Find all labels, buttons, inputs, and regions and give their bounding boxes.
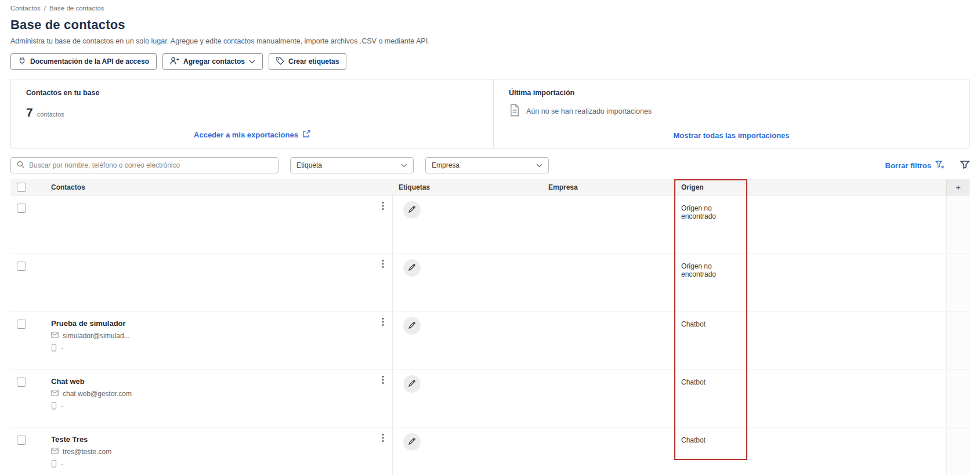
imports-summary-panel: Última importación Aún no se han realiza… [494, 79, 969, 148]
select-all-checkbox[interactable] [17, 183, 26, 192]
row-checkbox[interactable] [17, 378, 26, 387]
breadcrumb-contactos[interactable]: Contactos [10, 5, 41, 12]
show-all-imports-link[interactable]: Mostrar todas las importaciones [673, 131, 789, 140]
phone-icon [51, 460, 57, 469]
exports-link[interactable]: Acceder a mis exportaciones [194, 130, 310, 140]
add-contacts-label: Agregar contactos [183, 57, 245, 66]
row-checkbox[interactable] [17, 262, 26, 271]
origin-cell: Chatbot [674, 427, 747, 475]
show-all-imports-label: Mostrar todas las importaciones [673, 131, 789, 140]
row-checkbox-cell [10, 311, 37, 369]
funnel-icon [960, 161, 970, 171]
document-icon [509, 104, 520, 118]
plug-icon [18, 57, 26, 67]
tag-filter-label: Etiqueta [296, 161, 322, 169]
search-icon [17, 160, 24, 171]
email-icon [51, 332, 59, 340]
filters-bar: Etiqueta Empresa Borrar filtros [10, 157, 970, 173]
search-box [10, 157, 279, 173]
contact-phone: - [61, 403, 63, 411]
row-checkbox[interactable] [17, 204, 26, 213]
pencil-icon [408, 205, 416, 215]
kebab-menu-icon[interactable] [379, 258, 386, 272]
add-column-cell [946, 427, 970, 475]
origin-cell: Chatbot [674, 369, 747, 427]
contact-cell: Prueba de simulador simulador@simulad...… [37, 311, 393, 369]
table-row[interactable]: Teste Tres tres@teste.com - Chatbot [10, 427, 970, 475]
header-origin: Origen [674, 183, 747, 191]
email-icon [51, 390, 59, 398]
add-contacts-button[interactable]: Agregar contactos [162, 53, 263, 70]
contact-cell: Chat web chat web@gestor.com - [37, 369, 393, 427]
contact-name: Chat web [51, 377, 377, 386]
row-spacer [747, 427, 946, 475]
table-row[interactable]: Prueba de simulador simulador@simulad...… [10, 311, 970, 369]
table-row[interactable]: Origen no encontrado [10, 253, 970, 311]
filter-settings-button[interactable] [960, 161, 970, 171]
contacts-count-row: 7 contactos [26, 106, 478, 119]
company-cell [543, 311, 674, 369]
create-tags-button[interactable]: Crear etiquetas [269, 53, 346, 70]
chevron-down-icon [401, 161, 407, 169]
api-docs-label: Documentación de la API de acceso [30, 57, 149, 66]
contacts-count: 7 [26, 106, 33, 119]
api-docs-button[interactable]: Documentación de la API de acceso [10, 53, 157, 70]
tags-cell [393, 369, 543, 427]
contact-name: Prueba de simulador [51, 319, 377, 328]
table-header: Contactos Etiquetas Empresa Origen + [10, 179, 970, 195]
contact-email-line: tres@teste.com [51, 448, 377, 456]
company-cell [543, 427, 674, 475]
clear-filters-link[interactable]: Borrar filtros [885, 161, 944, 171]
pencil-icon [408, 321, 416, 331]
row-checkbox[interactable] [17, 436, 26, 445]
add-column-button[interactable]: + [946, 179, 970, 195]
person-add-icon [170, 57, 179, 67]
pencil-icon [408, 379, 416, 389]
contacts-summary-title: Contactos en tu base [26, 89, 478, 97]
origin-cell: Origen no encontrado [674, 253, 747, 311]
row-checkbox[interactable] [17, 320, 26, 329]
header-company: Empresa [543, 183, 674, 191]
header-contacts: Contactos [37, 183, 393, 191]
breadcrumb-current: Base de contactos [49, 5, 104, 12]
toolbar: Documentación de la API de acceso Agrega… [10, 53, 970, 70]
origin-cell: Origen no encontrado [674, 195, 747, 253]
edit-tags-button[interactable] [403, 433, 421, 451]
email-icon [51, 448, 59, 456]
tags-cell [393, 311, 543, 369]
contact-email: tres@teste.com [63, 448, 111, 456]
edit-tags-button[interactable] [403, 259, 421, 277]
contact-name: Teste Tres [51, 435, 377, 444]
kebab-menu-icon[interactable] [379, 432, 386, 446]
contact-email-line: simulador@simulad... [51, 332, 377, 340]
funnel-clear-icon [935, 161, 944, 171]
create-tags-label: Crear etiquetas [288, 57, 339, 66]
contact-email: simulador@simulad... [63, 332, 130, 340]
contacts-summary-panel: Contactos en tu base 7 contactos Acceder… [11, 79, 494, 148]
search-input[interactable] [29, 161, 272, 169]
row-spacer [747, 369, 946, 427]
edit-tags-button[interactable] [403, 317, 421, 335]
contact-phone: - [61, 345, 63, 353]
edit-tags-button[interactable] [403, 201, 421, 219]
origin-value: Chatbot [681, 320, 706, 328]
phone-icon [51, 402, 57, 411]
row-spacer [747, 253, 946, 311]
imports-empty-message: Aún no se han realizado importaciones [526, 107, 652, 115]
contact-email-line: chat web@gestor.com [51, 390, 377, 398]
row-checkbox-cell [10, 427, 37, 475]
origin-cell: Chatbot [674, 311, 747, 369]
table-row[interactable]: Origen no encontrado [10, 195, 970, 253]
tag-filter-select[interactable]: Etiqueta [290, 157, 414, 173]
kebab-menu-icon[interactable] [379, 374, 386, 388]
table-row[interactable]: Chat web chat web@gestor.com - Chatbot [10, 369, 970, 427]
tags-cell [393, 195, 543, 253]
chevron-down-icon [249, 57, 255, 66]
add-column-cell [946, 311, 970, 369]
clear-filters-label: Borrar filtros [885, 161, 931, 170]
edit-tags-button[interactable] [403, 375, 421, 393]
kebab-menu-icon[interactable] [379, 316, 386, 330]
kebab-menu-icon[interactable] [379, 200, 386, 214]
company-filter-select[interactable]: Empresa [425, 157, 549, 173]
contacts-page: Contactos / Base de contactos Base de co… [0, 0, 980, 475]
